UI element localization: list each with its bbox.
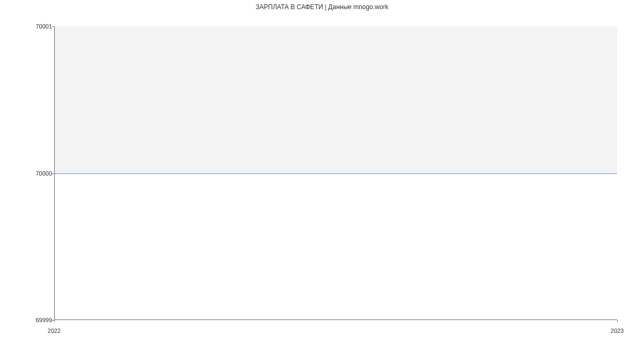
chart-container: ЗАРПЛАТА В САФЕТИ | Данные mnogo.work 69… xyxy=(0,0,644,349)
chart-title: ЗАРПЛАТА В САФЕТИ | Данные mnogo.work xyxy=(0,3,644,11)
y-axis-tick-label: 69999 xyxy=(35,317,52,323)
plot-area xyxy=(54,26,617,320)
area-fill xyxy=(54,26,617,173)
x-axis-line xyxy=(54,319,617,320)
x-axis-tick-label: 2022 xyxy=(48,328,61,334)
y-axis-line xyxy=(54,26,55,320)
x-axis-tick-label: 2023 xyxy=(611,328,624,334)
x-tick-mark xyxy=(617,320,618,322)
y-axis-tick-label: 70000 xyxy=(35,170,52,177)
y-axis-tick-label: 70001 xyxy=(35,23,52,30)
x-tick-mark xyxy=(54,320,55,322)
data-line xyxy=(54,173,617,174)
